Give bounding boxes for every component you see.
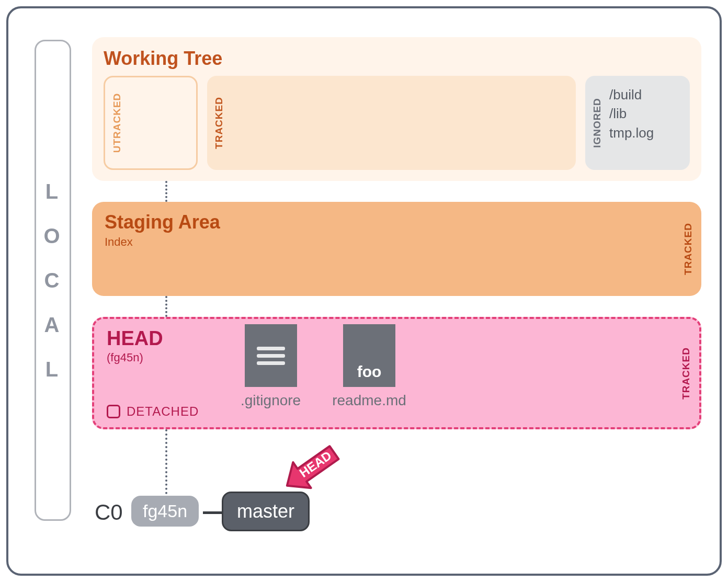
checkbox-icon xyxy=(107,405,120,418)
file-item: foo readme.md xyxy=(332,324,406,409)
local-sidebar: L O C A L xyxy=(35,40,71,521)
untracked-box: UTRACKED xyxy=(104,76,198,170)
staging-title: Staging Area xyxy=(105,211,689,233)
working-tree-box: Working Tree UTRACKED TRACKED IGNORED /b… xyxy=(92,37,701,181)
untracked-label: UTRACKED xyxy=(111,93,123,153)
local-letter: L xyxy=(46,358,60,381)
head-files: .gitignore foo readme.md xyxy=(241,324,406,409)
local-letter: C xyxy=(44,269,62,292)
commit-label: C0 xyxy=(95,500,123,525)
detached-indicator: DETACHED xyxy=(107,404,199,419)
file-item: .gitignore xyxy=(241,324,301,409)
ignored-files-list: /build /lib tmp.log xyxy=(609,85,685,142)
ignored-label: IGNORED xyxy=(592,98,603,148)
lines-icon xyxy=(257,347,285,365)
file-name: .gitignore xyxy=(241,392,301,409)
working-tree-inner: UTRACKED TRACKED IGNORED /build /lib tmp… xyxy=(104,76,690,170)
connector-line xyxy=(165,181,167,202)
connector-line xyxy=(165,296,167,317)
ignored-box: IGNORED /build /lib tmp.log xyxy=(585,76,690,170)
branch-connector xyxy=(203,511,222,514)
ignored-file: tmp.log xyxy=(609,123,685,142)
head-tracked-label: TRACKED xyxy=(680,347,692,400)
staging-subtitle: Index xyxy=(105,235,689,249)
working-tree-title: Working Tree xyxy=(104,48,690,70)
diagram-container: L O C A L Working Tree UTRACKED TRACKED … xyxy=(6,6,722,576)
commit-hash: fg45n xyxy=(131,496,199,527)
tracked-label: TRACKED xyxy=(213,97,225,149)
local-letter: L xyxy=(46,180,60,203)
local-letter: A xyxy=(44,313,62,337)
local-letter: O xyxy=(43,224,62,248)
branch-master: master xyxy=(222,492,310,531)
staging-area-box: Staging Area Index TRACKED xyxy=(92,202,701,296)
ignored-file: /build xyxy=(609,85,685,104)
file-text-icon: foo xyxy=(357,363,382,381)
file-name: readme.md xyxy=(332,392,406,409)
ignored-file: /lib xyxy=(609,104,685,123)
file-icon xyxy=(245,324,297,387)
tracked-box: TRACKED xyxy=(207,76,576,170)
staging-tracked-label: TRACKED xyxy=(682,223,694,275)
head-box: HEAD (fg45n) DETACHED TRACKED .gitignore… xyxy=(92,317,701,429)
file-icon: foo xyxy=(343,324,395,387)
detached-label: DETACHED xyxy=(127,404,199,419)
connector-line xyxy=(165,429,167,503)
